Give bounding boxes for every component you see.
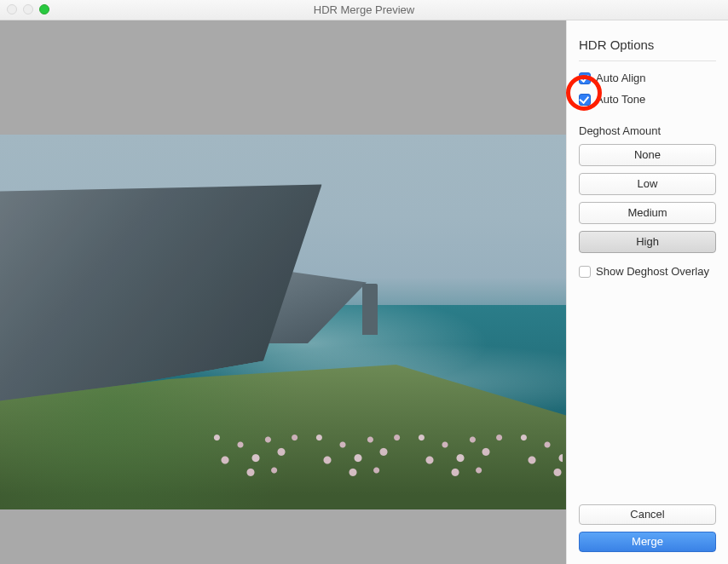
auto-tone-row[interactable]: Auto Tone (579, 93, 716, 106)
deghost-amount-group: None Low Medium High (579, 144, 716, 253)
deghost-medium-button[interactable]: Medium (579, 202, 716, 224)
auto-align-checkbox[interactable] (579, 72, 591, 84)
window-title: HDR Merge Preview (314, 3, 414, 16)
deghost-low-button[interactable]: Low (579, 173, 716, 195)
hdr-options-panel: HDR Options Auto Align Auto Tone Deghost… (566, 20, 728, 564)
auto-align-row[interactable]: Auto Align (579, 72, 716, 84)
deghost-high-button[interactable]: High (579, 231, 716, 253)
cancel-button[interactable]: Cancel (579, 504, 716, 525)
auto-tone-checkbox[interactable] (579, 94, 591, 106)
preview-image (0, 135, 566, 509)
footer-buttons: Cancel Merge (579, 504, 716, 552)
panel-title: HDR Options (579, 37, 716, 52)
show-deghost-overlay-checkbox[interactable] (579, 266, 591, 278)
show-deghost-overlay-row[interactable]: Show Deghost Overlay (579, 265, 716, 278)
window-zoom-button[interactable] (39, 4, 49, 14)
divider (579, 60, 716, 61)
window-minimize-button[interactable] (23, 4, 33, 14)
preview-area (0, 20, 566, 564)
auto-align-label: Auto Align (596, 72, 646, 84)
show-deghost-overlay-label: Show Deghost Overlay (596, 265, 709, 278)
titlebar: HDR Merge Preview (0, 0, 728, 20)
deghost-none-button[interactable]: None (579, 144, 716, 166)
auto-tone-label: Auto Tone (596, 93, 645, 106)
deghost-amount-label: Deghost Amount (579, 124, 716, 137)
merge-button[interactable]: Merge (579, 532, 716, 552)
window-close-button[interactable] (7, 4, 17, 14)
traffic-lights (7, 4, 49, 14)
